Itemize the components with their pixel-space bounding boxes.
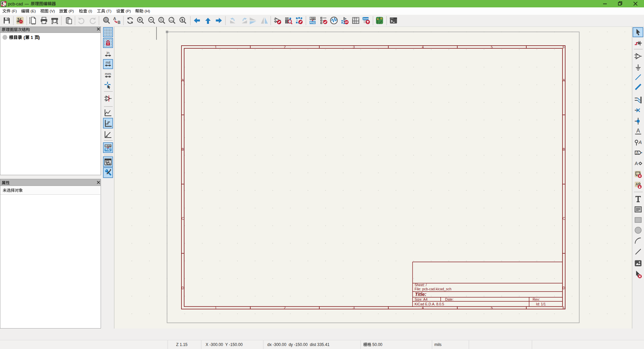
svg-text:A: A xyxy=(636,128,640,134)
svg-text:6: 6 xyxy=(562,306,565,310)
svg-text:(F): (F) xyxy=(12,9,17,13)
svg-text:A: A xyxy=(113,16,116,21)
svg-text:Title:: Title: xyxy=(415,292,427,297)
svg-text:mil: mil xyxy=(106,60,110,64)
svg-text:6: 6 xyxy=(562,45,565,49)
svg-text:mils: mils xyxy=(434,342,441,347)
svg-text:R??: R?? xyxy=(310,17,316,20)
svg-text:3: 3 xyxy=(353,45,355,49)
svg-text:A: A xyxy=(636,182,638,186)
svg-text:Rev:: Rev: xyxy=(533,297,540,301)
svg-text:D: D xyxy=(181,286,184,290)
svg-text:R42: R42 xyxy=(310,21,316,24)
svg-text:Z 1.15: Z 1.15 xyxy=(176,342,187,347)
svg-text:3: 3 xyxy=(353,306,355,310)
svg-text:C: C xyxy=(562,217,565,220)
svg-text:B: B xyxy=(563,148,565,151)
svg-text:2: 2 xyxy=(284,306,286,310)
svg-text:5: 5 xyxy=(491,45,493,49)
svg-text:1: 1 xyxy=(215,45,217,49)
svg-text:A: A xyxy=(635,161,638,166)
svg-text:—: — xyxy=(25,2,29,6)
svg-text:A: A xyxy=(638,139,642,145)
svg-text:Id: 1/1: Id: 1/1 xyxy=(536,302,546,306)
svg-text:D: D xyxy=(562,286,565,290)
svg-text:dx -300.00 dy -150.00 dist 3: dx -300.00 dy -150.00 dist 335.41 xyxy=(267,342,330,347)
svg-text:KiCad E.D.A. 8.0.5: KiCad E.D.A. 8.0.5 xyxy=(415,302,444,306)
svg-text:A: A xyxy=(636,151,639,155)
svg-text:(H): (H) xyxy=(145,9,150,13)
svg-text:): ) xyxy=(39,35,40,40)
svg-text:in: in xyxy=(107,51,110,55)
svg-text:1: 1 xyxy=(31,35,33,40)
svg-text:B: B xyxy=(182,148,184,151)
svg-text:(P): (P) xyxy=(69,9,74,13)
svg-text:X -300.00 Y -150.00: X -300.00 Y -150.00 xyxy=(206,342,243,347)
svg-text:A: A xyxy=(182,79,184,82)
svg-text:File: pcb-cad.kicad_sch: File: pcb-cad.kicad_sch xyxy=(415,287,451,291)
svg-text:(V): (V) xyxy=(50,9,55,13)
svg-text:.bom: .bom xyxy=(363,17,369,20)
svg-text:Date:: Date: xyxy=(445,297,453,301)
svg-text:(I): (I) xyxy=(89,9,92,13)
svg-text:C: C xyxy=(181,217,184,220)
svg-text:B: B xyxy=(118,20,121,25)
svg-text:4: 4 xyxy=(422,45,424,49)
svg-text:Sheet: /: Sheet: / xyxy=(415,283,427,287)
svg-text:1: 1 xyxy=(215,306,217,310)
svg-text:R??: R?? xyxy=(105,144,111,148)
svg-text:(E): (E) xyxy=(31,9,36,13)
svg-text:2: 2 xyxy=(284,45,286,49)
svg-text:(: ( xyxy=(23,35,25,40)
svg-text:(T): (T) xyxy=(106,9,111,13)
svg-text:mm: mm xyxy=(105,72,111,76)
svg-text:pcb-cad: pcb-cad xyxy=(8,2,23,6)
svg-text:4: 4 xyxy=(422,306,424,310)
svg-text:(P): (P) xyxy=(126,9,131,13)
svg-text:5: 5 xyxy=(491,306,493,310)
svg-text:50.00: 50.00 xyxy=(372,342,382,347)
svg-text:A: A xyxy=(105,18,107,21)
svg-text:Size: A4: Size: A4 xyxy=(415,297,428,301)
svg-text:R42: R42 xyxy=(105,148,111,151)
svg-text:A: A xyxy=(563,79,565,82)
